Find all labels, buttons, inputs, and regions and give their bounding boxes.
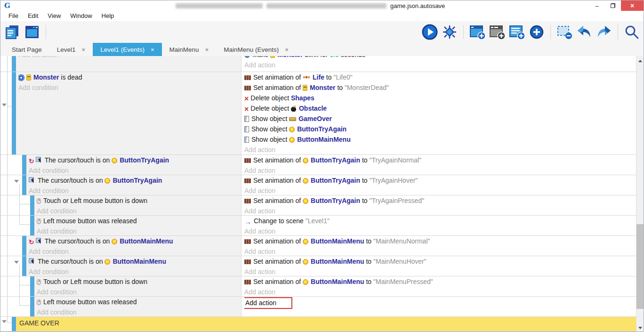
instruction-text: to (364, 237, 373, 245)
event-indent-bar[interactable] (30, 297, 34, 316)
action-line[interactable]: Set animation of ButtonTryAgain to "TryA… (244, 195, 636, 206)
undo-icon[interactable] (575, 23, 593, 41)
comment-text[interactable]: GAME OVER (16, 317, 636, 331)
condition-line[interactable]: Left mouse button was released (37, 297, 241, 307)
close-button[interactable]: × (621, 0, 644, 11)
add-comment-icon[interactable] (508, 23, 526, 41)
events-sheet: Add conditionMake Monster blink for 1.5 … (0, 56, 644, 332)
action-line[interactable]: ×Delete object Shapes (244, 93, 636, 103)
condition-line[interactable]: The cursor/touch is on ButtonMainMenu (29, 256, 241, 267)
play-icon[interactable] (421, 23, 439, 41)
vertical-scrollbar[interactable] (636, 56, 644, 332)
scrollbar-up-arrow[interactable] (636, 57, 644, 65)
condition-line[interactable]: Touch or Left mouse button is down (37, 276, 241, 287)
add-circle-icon[interactable] (528, 23, 546, 41)
add-condition-placeholder[interactable]: Add condition (18, 82, 241, 93)
action-line[interactable]: Make Monster blink for 1.5 seconds (244, 56, 636, 60)
event-indent-bar[interactable] (22, 175, 26, 195)
debug-icon[interactable] (441, 23, 459, 41)
object-name: Shapes (291, 94, 314, 102)
tab-close-icon[interactable]: × (205, 46, 209, 53)
scrollbar-thumb[interactable] (636, 224, 644, 309)
animation-icon (244, 86, 251, 90)
add-action-placeholder[interactable]: Add action (244, 267, 636, 276)
menu-help[interactable]: Help (97, 11, 119, 21)
event-indent-bar[interactable] (12, 72, 16, 154)
condition-line[interactable]: Touch or Left mouse button is down (37, 195, 241, 206)
add-condition-placeholder[interactable]: Add condition (37, 307, 241, 316)
add-condition-placeholder[interactable]: Add condition (18, 56, 241, 60)
add-condition-placeholder[interactable]: Add condition (29, 165, 241, 175)
tab-close-icon[interactable]: × (151, 46, 154, 53)
event-indent-bar[interactable] (22, 155, 26, 175)
tab-mainmenu-events-[interactable]: MainMenu (Events)× (216, 43, 296, 56)
action-line[interactable]: ×Delete object Obstacle (244, 103, 636, 113)
add-action-placeholder[interactable]: Add action (244, 246, 636, 256)
add-condition-placeholder[interactable]: Add condition (37, 287, 241, 296)
add-condition-placeholder[interactable]: Add condition (37, 206, 241, 215)
tab-mainmenu[interactable]: MainMenu× (162, 43, 217, 56)
redo-icon[interactable] (595, 23, 613, 41)
menu-window[interactable]: Window (65, 11, 97, 21)
tab-close-icon[interactable]: × (285, 46, 289, 53)
scrollbar-down-arrow[interactable] (636, 324, 644, 332)
action-line[interactable]: Set animation of ButtonMainMenu to "Main… (244, 276, 636, 287)
event-indent-bar[interactable] (12, 56, 16, 72)
condition-line[interactable]: Monster is dead (18, 72, 241, 82)
add-condition-placeholder[interactable]: Add condition (29, 186, 241, 195)
action-line[interactable]: Show object ButtonMainMenu (244, 134, 636, 145)
add-subevent-icon[interactable] (488, 23, 506, 41)
add-condition-placeholder[interactable]: Add condition (29, 267, 241, 276)
add-action-placeholder[interactable]: Add action (244, 206, 636, 215)
event-indent-bar[interactable] (12, 317, 16, 331)
add-condition-placeholder[interactable]: Add condition (29, 246, 241, 256)
event-indent-bar[interactable] (30, 195, 34, 215)
action-line[interactable]: →Change to scene "Level1" (244, 216, 636, 226)
selection-minus-icon[interactable] (555, 23, 573, 41)
menu-file[interactable]: File (4, 11, 23, 21)
collapse-arrow-icon[interactable] (2, 104, 7, 106)
actions-cell: Add action (241, 297, 636, 316)
add-action-placeholder[interactable]: Add action (244, 186, 636, 195)
action-line[interactable]: Set animation of Life to "Life0" (244, 72, 636, 82)
tab-level1-events-[interactable]: Level1 (Events)× (93, 43, 161, 56)
menu-view[interactable]: View (43, 11, 65, 21)
action-line[interactable]: Set animation of Monster to "MonsterDead… (244, 82, 636, 93)
scene-editor-icon[interactable] (23, 23, 41, 41)
add-action-placeholder[interactable]: Add action (244, 226, 636, 235)
condition-line[interactable]: Left mouse button was released (37, 216, 241, 226)
add-action-placeholder[interactable]: Add action (244, 145, 636, 154)
add-action-placeholder[interactable]: Add action (244, 60, 636, 70)
collapse-arrow-icon[interactable] (14, 180, 19, 183)
tab-start-page[interactable]: Start Page (4, 43, 49, 56)
add-action-highlight-box[interactable]: Add action (244, 297, 292, 309)
event-indent-bar[interactable] (30, 216, 34, 235)
action-line[interactable]: Set animation of ButtonTryAgain to "TryA… (244, 175, 636, 186)
search-icon[interactable] (623, 23, 641, 41)
collapse-arrow-icon[interactable] (14, 261, 19, 264)
collapse-arrow-icon[interactable] (2, 320, 7, 323)
add-event-icon[interactable] (468, 23, 486, 41)
condition-line[interactable]: The cursor/touch is on ButtonTryAgain (29, 175, 241, 186)
tab-close-icon[interactable]: × (82, 46, 86, 53)
condition-line[interactable]: ↻The cursor/touch is on ButtonMainMenu (29, 236, 241, 246)
add-action-placeholder[interactable]: Add action (244, 287, 636, 296)
action-line[interactable]: Show object ButtonTryAgain (244, 124, 636, 134)
event-indent-bar[interactable] (22, 236, 26, 256)
action-line[interactable]: Set animation of ButtonMainMenu to "Main… (244, 236, 636, 246)
menu-edit[interactable]: Edit (23, 11, 43, 21)
highlighted-add-action[interactable]: Add action (244, 297, 636, 309)
event-indent-bar[interactable] (22, 256, 26, 276)
condition-line[interactable]: ↻The cursor/touch is on ButtonTryAgain (29, 155, 241, 165)
minimize-button[interactable]: – (589, 0, 605, 11)
add-condition-placeholder[interactable]: Add condition (37, 226, 241, 235)
action-line[interactable]: Set animation of ButtonTryAgain to "TryA… (244, 155, 636, 165)
action-line[interactable]: Show object GameOver (244, 113, 636, 124)
action-line[interactable]: Set animation of ButtonMainMenu to "Main… (244, 256, 636, 267)
conditions-cell: Monster is deadAdd condition (12, 72, 241, 154)
add-action-placeholder[interactable]: Add action (244, 165, 636, 175)
project-manager-icon[interactable] (3, 23, 21, 41)
maximize-button[interactable] (605, 0, 621, 11)
event-indent-bar[interactable] (30, 276, 34, 296)
tab-level1[interactable]: Level1× (49, 43, 93, 56)
